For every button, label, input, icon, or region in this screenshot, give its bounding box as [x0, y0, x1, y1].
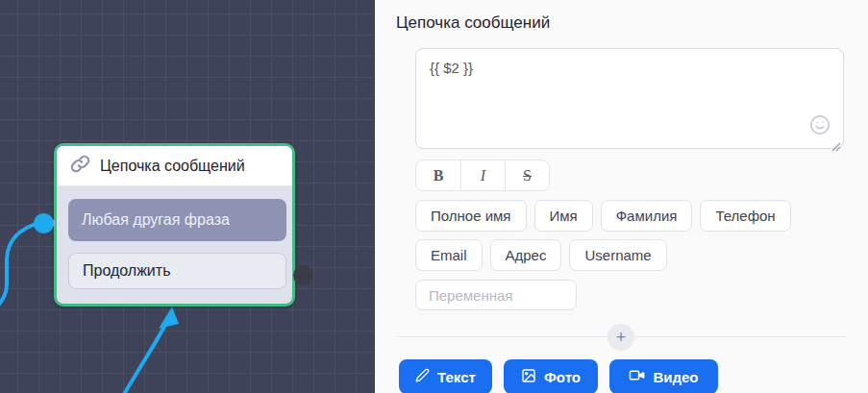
edge-arrowhead — [159, 307, 179, 329]
variable-input[interactable] — [415, 280, 577, 310]
input-port[interactable] — [34, 213, 54, 233]
node-button-any-other-phrase[interactable]: Любая другая фраза — [68, 199, 286, 241]
node-button-continue[interactable]: Продолжить — [68, 253, 286, 289]
add-section: + — [396, 324, 846, 351]
variable-button-username[interactable]: Username — [569, 239, 666, 271]
add-photo-label: Фото — [544, 369, 581, 385]
node-title: Цепочка сообщений — [100, 158, 245, 175]
strikethrough-button[interactable]: S — [505, 160, 549, 190]
edge-incoming-bottom — [123, 323, 166, 393]
action-buttons: Текст Фото Видео — [399, 359, 868, 393]
add-video-label: Видео — [653, 369, 698, 385]
message-block: {{ $2 }} — [415, 48, 844, 153]
variable-button-phone[interactable]: Телефон — [700, 200, 790, 232]
add-text-button[interactable]: Текст — [399, 359, 492, 393]
resize-grip-icon[interactable] — [831, 138, 841, 148]
message-textarea[interactable]: {{ $2 }} — [415, 48, 844, 149]
format-toolbar: B I S — [415, 160, 550, 191]
edge-incoming-left — [0, 221, 54, 306]
emoji-icon[interactable] — [809, 114, 831, 135]
node-message-chain[interactable]: Цепочка сообщений Любая другая фраза Про… — [54, 143, 295, 307]
link-icon — [70, 154, 90, 178]
settings-panel: Цепочка сообщений {{ $2 }} B I S Полное … — [375, 0, 868, 393]
variable-button-full-name[interactable]: Полное имя — [415, 200, 527, 232]
node-header[interactable]: Цепочка сообщений — [57, 146, 292, 186]
video-icon — [629, 367, 645, 386]
variable-button-last-name[interactable]: Фамилия — [601, 200, 693, 232]
node-body: Любая другая фраза Продолжить — [57, 186, 292, 301]
add-photo-button[interactable]: Фото — [504, 359, 598, 393]
add-block-button[interactable]: + — [608, 324, 634, 351]
bold-button[interactable]: B — [416, 160, 460, 190]
add-video-button[interactable]: Видео — [609, 359, 718, 393]
variable-buttons: Полное имя Имя Фамилия Телефон Email Адр… — [415, 200, 838, 271]
flow-canvas[interactable]: Цепочка сообщений Любая другая фраза Про… — [0, 0, 375, 393]
output-port[interactable] — [293, 265, 313, 285]
add-text-label: Текст — [437, 369, 476, 385]
variable-button-first-name[interactable]: Имя — [534, 200, 593, 232]
panel-title: Цепочка сообщений — [396, 13, 868, 33]
pencil-icon — [415, 368, 430, 385]
italic-button[interactable]: I — [460, 160, 505, 190]
variable-button-email[interactable]: Email — [415, 239, 483, 271]
variable-button-address[interactable]: Адрес — [490, 239, 562, 271]
photo-icon — [521, 368, 536, 386]
